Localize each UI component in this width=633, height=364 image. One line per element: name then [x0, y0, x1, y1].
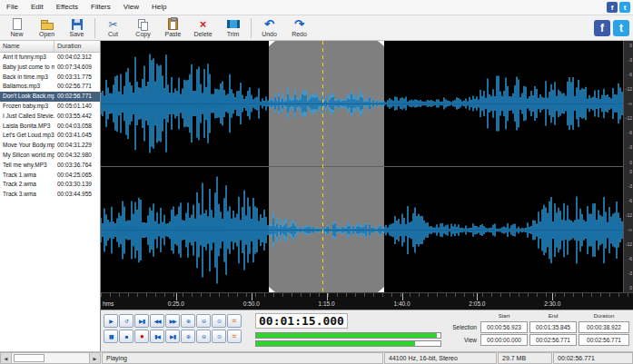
scrollbar-thumb[interactable]: [14, 354, 45, 362]
redo-icon: ↷: [294, 18, 304, 30]
scroll-left-icon[interactable]: ◀: [1, 353, 12, 363]
progress-bar-2: [255, 340, 441, 347]
file-list-row[interactable]: Aint it funny.mp300:04:02.312: [0, 53, 100, 63]
zoom-in-button[interactable]: ⊕: [181, 314, 195, 328]
file-list-row[interactable]: Bailamos.mp300:02:56.771: [0, 82, 100, 92]
file-duration: 00:07:34.609: [54, 63, 100, 73]
zoom-wave-button[interactable]: ≈: [227, 314, 242, 328]
trim-button[interactable]: Trim: [218, 15, 248, 41]
fast-forward-button[interactable]: ▶▶: [165, 314, 180, 328]
transport-panel: ▶↺▶▮◀◀▶▶⊕⊖⊙≈ ▮▮■●▮◀▶▮⊕⊖⊙≈ 00:01:15.000 S…: [101, 310, 633, 351]
zoom-selection-button[interactable]: ⊙: [212, 314, 226, 328]
file-list-row[interactable]: Laisla Bonita.MP300:04:03.058: [0, 122, 100, 132]
facebook-icon[interactable]: f: [607, 2, 618, 13]
save-button[interactable]: Save: [62, 15, 92, 41]
vzoom-wave-button[interactable]: ≈: [227, 330, 242, 343]
selection-view-panel: Start End Duration Selection 00:00:56.92…: [439, 312, 629, 346]
scroll-right-icon[interactable]: ▶: [89, 353, 100, 363]
copy-button[interactable]: Copy: [128, 15, 158, 41]
selection-handle-icon[interactable]: [378, 287, 384, 292]
file-list-row[interactable]: Track 3.wma00:03:44.955: [0, 190, 100, 200]
file-list-row[interactable]: Tell me why.MP300:03:36.764: [0, 161, 100, 171]
waveform-area: 0-3-6-12-∞-12-6-300-3-6-12-∞-12-6-30 hms…: [101, 41, 633, 310]
selection-handle-icon[interactable]: [269, 41, 275, 46]
go-to-end-button[interactable]: ▶▮: [165, 330, 180, 343]
file-name: I Just Called Stevie.mp3: [0, 112, 54, 122]
file-duration: 00:02:56.771: [54, 92, 100, 102]
new-button[interactable]: New: [2, 15, 32, 41]
file-list-row[interactable]: Back in time.mp300:03:31.775: [0, 73, 100, 83]
toolbar-button-label: Redo: [292, 31, 307, 37]
file-list-row[interactable]: Don't Look Back.mp300:02:56.771: [0, 92, 100, 102]
file-list-row[interactable]: Track 2.wma00:03:30.139: [0, 180, 100, 190]
db-scale-label: -6: [628, 131, 632, 135]
scrollbar-track[interactable]: [12, 353, 89, 363]
facebook-icon[interactable]: f: [594, 20, 610, 36]
toolbar-button-label: New: [10, 31, 23, 37]
open-button[interactable]: Open: [32, 15, 62, 41]
new-icon: [13, 18, 22, 30]
column-header-name[interactable]: Name: [0, 41, 54, 52]
file-name: Baby just come to me...: [0, 63, 54, 73]
ruler-tick: [552, 293, 553, 300]
copy-icon: [142, 18, 145, 30]
waveform-channel-left[interactable]: [101, 41, 623, 167]
file-list-hscrollbar[interactable]: ◀ ▶: [0, 352, 101, 364]
menu-file[interactable]: File: [0, 0, 25, 15]
file-list-row[interactable]: Track 1.wma00:04:25.065: [0, 171, 100, 181]
menu-effects[interactable]: Effects: [50, 0, 84, 15]
audio-format-status: 44100 Hz, 16-bit, Stereo: [384, 352, 497, 364]
vzoom-in-button[interactable]: ⊕: [181, 330, 195, 343]
paste-icon: [168, 18, 178, 30]
cut-button[interactable]: ✂Cut: [98, 15, 128, 41]
play-selection-button[interactable]: ▶▮: [134, 314, 149, 328]
file-duration: 00:04:25.065: [54, 171, 100, 181]
db-scale-label: -3: [628, 145, 632, 150]
twitter-icon[interactable]: t: [619, 2, 630, 13]
toolbar-separator: [94, 18, 95, 38]
file-list-row[interactable]: I Just Called Stevie.mp300:03:55.442: [0, 112, 100, 122]
vzoom-selection-button[interactable]: ⊙: [212, 330, 226, 343]
ruler-unit-label: hms: [103, 300, 114, 307]
paste-button[interactable]: Paste: [158, 15, 188, 41]
time-ruler[interactable]: hms 0:25.00:50.01:15.01:40.02:05.02:30.0: [101, 292, 633, 310]
stop-button[interactable]: ■: [119, 330, 134, 343]
db-scale-label: 0: [629, 286, 632, 290]
pause-button[interactable]: ▮▮: [104, 330, 118, 343]
menu-filters[interactable]: Filters: [84, 0, 117, 15]
loop-play-button[interactable]: ↺: [119, 314, 134, 328]
delete-icon: ×: [200, 18, 207, 30]
zero-line: [101, 103, 623, 104]
playback-cursor[interactable]: [322, 41, 323, 292]
new-icon: [13, 18, 22, 30]
menu-edit[interactable]: Edit: [25, 0, 50, 15]
redo-button[interactable]: ↷Redo: [284, 15, 314, 41]
selection-handle-icon[interactable]: [269, 287, 275, 292]
file-list-row[interactable]: Frozen baby.mp300:05:01.140: [0, 102, 100, 112]
column-header-duration[interactable]: Duration: [54, 41, 100, 52]
file-list-row[interactable]: My Silicon world.mp300:04:32.980: [0, 151, 100, 161]
file-list-header: Name Duration: [0, 41, 100, 53]
play-button[interactable]: ▶: [104, 314, 118, 328]
zoom-out-button[interactable]: ⊖: [196, 314, 211, 328]
record-button[interactable]: ●: [134, 330, 149, 343]
delete-button[interactable]: ×Delete: [188, 15, 218, 41]
vzoom-out-button[interactable]: ⊖: [196, 330, 211, 343]
file-duration: 00:03:36.764: [54, 161, 100, 171]
menu-help[interactable]: Help: [145, 0, 173, 15]
file-list-row[interactable]: Baby just come to me...00:07:34.609: [0, 63, 100, 73]
rewind-button[interactable]: ◀◀: [150, 314, 164, 328]
go-to-start-button[interactable]: ▮◀: [150, 330, 164, 343]
transport-row-2: ▮▮■●▮◀▶▮⊕⊖⊙≈: [104, 330, 242, 343]
menu-list: FileEditEffectsFiltersViewHelp: [0, 0, 173, 15]
file-name: Move Your Body.mp3: [0, 141, 54, 151]
twitter-icon[interactable]: t: [613, 20, 629, 36]
toolbar: NewOpenSave✂CutCopyPaste×DeleteTrim↶Undo…: [0, 15, 633, 41]
menu-view[interactable]: View: [117, 0, 145, 15]
file-list-row[interactable]: Move Your Body.mp300:04:31.229: [0, 141, 100, 151]
selection-handle-icon[interactable]: [378, 41, 384, 46]
file-list-row[interactable]: Let's Get Loud.mp300:03:41.045: [0, 131, 100, 141]
waveform-channel-right[interactable]: [101, 167, 623, 293]
undo-button[interactable]: ↶Undo: [254, 15, 284, 41]
view-start-value: 00:00:00.000: [480, 334, 528, 346]
